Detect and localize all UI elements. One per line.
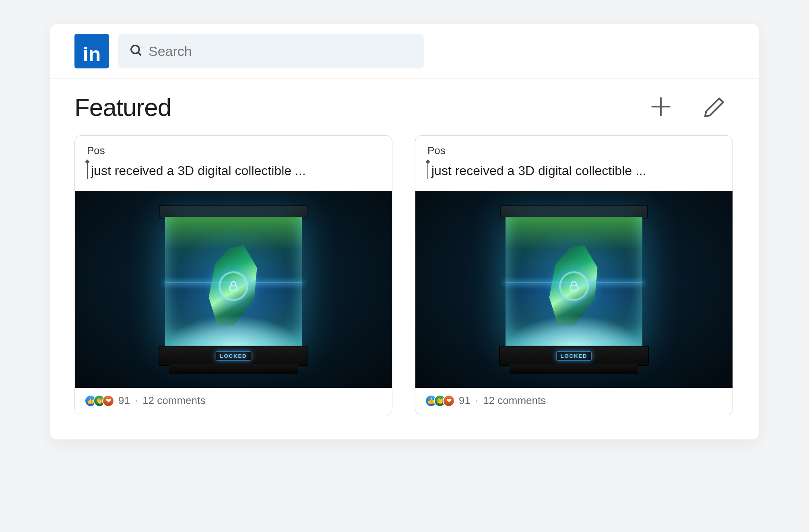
reaction-count[interactable]: 91 <box>459 394 471 407</box>
featured-section: Featured <box>50 78 759 439</box>
search-icon <box>129 43 143 59</box>
card-type-label: Pos <box>87 144 380 157</box>
card-footer: 👍 👏 ❤ 91 · 12 comments <box>415 388 733 415</box>
lock-ring-icon <box>559 271 589 301</box>
lock-ring-icon <box>219 271 248 301</box>
locked-badge: LOCKED <box>216 351 252 361</box>
linkedin-logo-icon[interactable]: in <box>74 34 109 68</box>
plus-icon <box>649 95 673 120</box>
featured-panel: in Featured <box>50 24 759 439</box>
svg-rect-4 <box>230 285 237 291</box>
svg-line-1 <box>138 52 141 55</box>
card-title: just received a 3D digital collectible .… <box>427 163 720 179</box>
reaction-icons[interactable]: 👍 👏 ❤ <box>85 395 114 407</box>
section-actions <box>649 95 735 120</box>
card-type-label: Pos <box>427 144 720 157</box>
card-thumbnail: LOCKED <box>75 191 392 388</box>
svg-point-0 <box>131 45 139 54</box>
featured-cards: Pos just received a 3D digital collectib… <box>74 135 735 415</box>
topbar: in <box>50 24 759 78</box>
card-footer: 👍 👏 ❤ 91 · 12 comments <box>75 388 392 415</box>
search-field[interactable] <box>118 34 424 68</box>
svg-rect-5 <box>571 285 578 291</box>
card-title-text: just received a 3D digital collectible .… <box>91 163 306 178</box>
caret-indicator-icon <box>427 163 428 179</box>
locked-badge: LOCKED <box>556 351 592 361</box>
search-input[interactable] <box>149 43 413 59</box>
logo-text: in <box>83 44 101 64</box>
edit-featured-button[interactable] <box>703 95 726 120</box>
separator-dot: · <box>475 394 478 407</box>
section-header: Featured <box>74 93 735 122</box>
caret-indicator-icon <box>87 163 88 179</box>
card-header: Pos just received a 3D digital collectib… <box>415 136 733 191</box>
reaction-count[interactable]: 91 <box>118 394 130 407</box>
comments-link[interactable]: 12 comments <box>483 394 546 407</box>
featured-card[interactable]: Pos just received a 3D digital collectib… <box>415 135 733 415</box>
pencil-icon <box>703 95 726 120</box>
card-title: just received a 3D digital collectible .… <box>87 163 380 179</box>
card-title-text: just received a 3D digital collectible .… <box>431 163 646 178</box>
separator-dot: · <box>135 394 138 407</box>
comments-link[interactable]: 12 comments <box>142 394 205 407</box>
card-thumbnail: LOCKED <box>415 191 733 388</box>
heart-reaction-icon: ❤ <box>443 395 455 407</box>
section-title: Featured <box>74 93 171 122</box>
reaction-icons[interactable]: 👍 👏 ❤ <box>425 395 455 407</box>
featured-card[interactable]: Pos just received a 3D digital collectib… <box>74 135 392 415</box>
heart-reaction-icon: ❤ <box>102 395 114 407</box>
add-featured-button[interactable] <box>649 95 673 120</box>
card-header: Pos just received a 3D digital collectib… <box>75 136 392 191</box>
